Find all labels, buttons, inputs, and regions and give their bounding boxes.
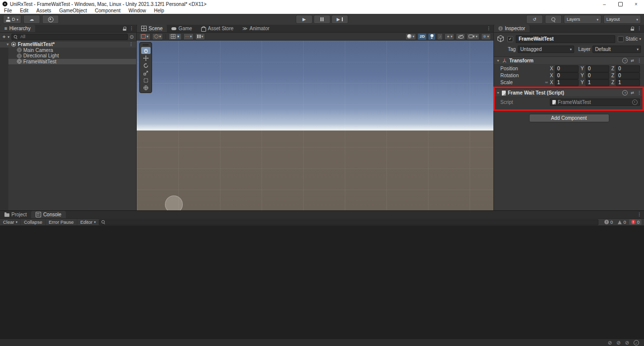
script-component-header[interactable]: ▼ Frame Wait Test (Script) ? ⇄ ⋮ <box>494 89 644 97</box>
hierarchy-search[interactable] <box>11 34 128 40</box>
hand-tool-button[interactable] <box>141 47 151 54</box>
tag-dropdown[interactable]: Untagged ▾ <box>518 46 574 53</box>
sync-muted-icon[interactable]: ⊘ <box>625 340 629 346</box>
gizmos-dropdown[interactable]: ⊕ ▾ <box>481 33 491 40</box>
account-dropdown[interactable]: D ▾ <box>3 15 21 24</box>
minimize-button[interactable]: – <box>596 0 612 8</box>
rect-tool-button[interactable] <box>141 77 151 84</box>
check-circle-icon[interactable]: ✓ <box>634 340 639 346</box>
rotation-y-field[interactable]: 0 <box>586 72 609 79</box>
scene-audio-button[interactable]: ♪ <box>437 33 443 40</box>
step-button[interactable]: ▶ <box>331 15 348 24</box>
info-counter[interactable]: ! 0 <box>602 219 615 225</box>
tab-animator[interactable]: ≫ Animator <box>238 25 273 32</box>
script-object-field[interactable]: FrameWaitTest <box>550 99 640 106</box>
draw-mode-dropdown[interactable]: ▾ <box>405 33 417 40</box>
foldout-icon[interactable]: ▼ <box>6 43 9 46</box>
snap-increment-dropdown[interactable]: ⋯ ▾ <box>183 33 194 40</box>
tab-game[interactable]: Game <box>167 25 196 32</box>
rotate-tool-button[interactable] <box>141 62 151 69</box>
link-icon[interactable]: ∞ <box>545 80 548 85</box>
scale-tool-button[interactable] <box>141 69 151 76</box>
maximize-button[interactable] <box>612 0 628 8</box>
tab-hierarchy[interactable]: ≡ Hierarchy <box>0 25 35 32</box>
scene-visibility-button[interactable] <box>456 33 465 40</box>
lock-icon[interactable] <box>631 27 634 31</box>
move-snap-dropdown[interactable]: ▾ <box>195 33 205 40</box>
version-control-button[interactable] <box>42 15 59 24</box>
tab-scene[interactable]: Scene <box>137 25 167 32</box>
object-picker-icon[interactable] <box>632 99 638 105</box>
presets-icon[interactable]: ⇄ <box>631 91 634 95</box>
effects-dropdown[interactable]: ★ ▾ <box>444 33 454 40</box>
hierarchy-search-input[interactable] <box>19 34 126 40</box>
console-search[interactable] <box>99 219 598 225</box>
grid-snapping-dropdown[interactable]: ▾ <box>168 33 182 40</box>
tab-asset-store[interactable]: Asset Store <box>197 25 238 32</box>
scene-kebab-icon[interactable]: ⋮ <box>129 42 136 47</box>
console-search-input[interactable] <box>107 219 596 225</box>
scene-row[interactable]: ▼ FrameWaitTest* ⋮ <box>0 42 136 48</box>
position-y-field[interactable]: 0 <box>586 65 609 72</box>
move-tool-button[interactable] <box>141 54 151 61</box>
add-component-button[interactable]: Add Component <box>529 114 609 122</box>
toggle-2d-button[interactable]: 2D <box>418 33 427 40</box>
active-checkbox[interactable]: ✓ <box>507 36 513 42</box>
scene-lighting-button[interactable] <box>428 33 435 40</box>
rotation-z-field[interactable]: 0 <box>616 72 640 79</box>
collapse-button[interactable]: Collapse <box>21 219 46 225</box>
lock-icon[interactable] <box>123 27 126 31</box>
menu-file[interactable]: File <box>0 8 16 14</box>
transform-tool-button[interactable] <box>141 84 151 91</box>
hierarchy-item-framewaittest[interactable]: FrameWaitTest <box>8 59 136 65</box>
camera-settings-dropdown[interactable]: ▾ <box>467 33 480 40</box>
undo-history-button[interactable]: ↺ <box>526 15 543 24</box>
static-dropdown-icon[interactable]: ▾ <box>639 37 641 41</box>
tab-project[interactable]: Project <box>0 211 31 218</box>
menu-assets[interactable]: Assets <box>32 8 55 14</box>
scale-x-field[interactable]: 1 <box>555 79 579 86</box>
notifications-muted-icon[interactable]: ⊘ <box>608 340 612 346</box>
close-button[interactable]: × <box>628 0 644 8</box>
error-counter[interactable]: ! 0 <box>629 219 642 225</box>
pivot-rotation-dropdown[interactable]: ▾ <box>152 33 163 40</box>
menu-gameobject[interactable]: GameObject <box>55 8 91 14</box>
layout-dropdown[interactable]: Layout ▾ <box>603 15 641 24</box>
layer-dropdown[interactable]: Default ▾ <box>592 46 641 53</box>
error-pause-button[interactable]: Error Pause <box>46 219 77 225</box>
position-z-field[interactable]: 0 <box>616 65 640 72</box>
help-icon[interactable]: ? <box>622 90 628 96</box>
scale-z-field[interactable]: 1 <box>616 79 640 86</box>
clear-button[interactable]: Clear ▾ <box>0 219 21 225</box>
menu-component[interactable]: Component <box>91 8 125 14</box>
scale-y-field[interactable]: 1 <box>586 79 609 86</box>
console-log-area[interactable] <box>0 226 644 340</box>
transform-header[interactable]: ▼ Transform ? ⇄ ⋮ <box>494 56 644 65</box>
kebab-menu-icon[interactable]: ⋮ <box>637 26 642 31</box>
foldout-icon[interactable]: ▼ <box>496 59 500 62</box>
play-button[interactable]: ▶ <box>296 15 313 24</box>
tab-console[interactable]: Console <box>31 211 66 218</box>
menu-edit[interactable]: Edit <box>16 8 32 14</box>
pause-button[interactable] <box>314 15 330 24</box>
gameobject-name-field[interactable]: FrameWaitTest <box>516 35 615 43</box>
search-button[interactable] <box>545 15 562 24</box>
scene-picking-icon[interactable]: ⊙ <box>130 34 134 40</box>
static-checkbox[interactable] <box>618 36 624 42</box>
menu-help[interactable]: Help <box>150 8 168 14</box>
hierarchy-item-main-camera[interactable]: Main Camera <box>0 48 136 53</box>
menu-window[interactable]: Window <box>124 8 150 14</box>
kebab-menu-icon[interactable]: ⋮ <box>637 91 642 95</box>
cloud-button[interactable]: ☁ <box>23 15 40 24</box>
create-dropdown-icon[interactable]: ▾ <box>7 35 9 39</box>
create-button[interactable]: + <box>2 34 5 40</box>
help-icon[interactable]: ? <box>622 58 628 63</box>
hierarchy-item-directional-light[interactable]: Directional Light <box>0 53 136 59</box>
scene-viewport[interactable] <box>137 41 493 210</box>
package-muted-icon[interactable]: ⊘ <box>616 340 620 346</box>
editor-dropdown[interactable]: Editor ▾ <box>77 219 99 225</box>
kebab-menu-icon[interactable]: ⋮ <box>637 58 642 63</box>
warning-counter[interactable]: 0 <box>616 219 628 225</box>
foldout-icon[interactable]: ▼ <box>496 91 500 95</box>
tool-settings-dropdown[interactable]: ▾ <box>139 33 151 40</box>
